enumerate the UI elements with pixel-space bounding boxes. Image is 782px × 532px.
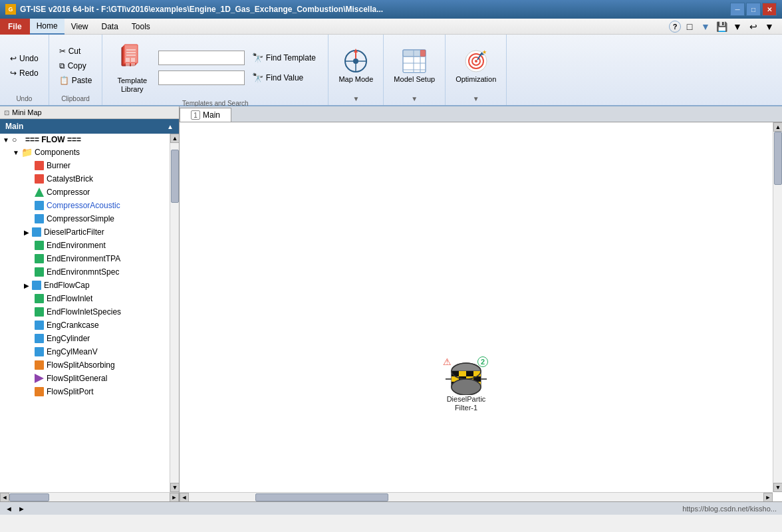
compressoracoustic-icon [35, 201, 44, 210]
main-tab[interactable]: 1 Main [180, 108, 231, 122]
canvas-vscrollbar[interactable]: ▲ ▼ [773, 122, 782, 492]
svg-point-13 [353, 59, 358, 64]
tree-item-compressor[interactable]: Compressor [0, 186, 170, 199]
tree-hscroll-right[interactable]: ► [170, 493, 179, 502]
tree-item-flowsplitabsorbing[interactable]: FlowSplitAbsorbing [0, 358, 170, 372]
menu-view[interactable]: View [65, 19, 95, 35]
hscroll-left-btn[interactable]: ◄ [180, 493, 189, 502]
optimization-dropdown[interactable]: ▼ [473, 95, 479, 102]
quick-access-4[interactable]: ▼ [762, 20, 777, 33]
maximize-button[interactable]: □ [746, 3, 761, 16]
vscroll-track[interactable] [773, 132, 782, 483]
cut-button[interactable]: ✂ Cut [55, 45, 97, 58]
tree-scroll-up[interactable]: ▲ [167, 123, 174, 130]
menu-home[interactable]: Home [30, 19, 65, 35]
tree-item-components[interactable]: ▼ 📁 Components [0, 146, 170, 159]
tree-hscroll-thumb[interactable] [9, 493, 49, 501]
quick-access-1[interactable]: □ [682, 20, 697, 33]
status-bar: ◄ ► https://blog.csdn.net/kissho... [0, 501, 782, 515]
hscroll-track[interactable] [189, 493, 763, 501]
status-scroll-right[interactable]: ► [18, 505, 25, 513]
scrollbar-thumb[interactable] [171, 150, 179, 203]
find-template-button[interactable]: 🔭 Find Template [249, 51, 319, 65]
paste-button[interactable]: 📋 Paste [55, 74, 97, 87]
vscroll-thumb[interactable] [774, 132, 782, 185]
tree-item-endflowinlet[interactable]: EndFlowInlet [0, 292, 170, 305]
tree-item-compressoracoustic[interactable]: CompressorAcoustic [0, 199, 170, 212]
clipboard-section: ✂ Cut ⧉ Copy 📋 Paste Clipboard [49, 35, 103, 105]
tree-item-engcylinder[interactable]: EngCylinder [0, 332, 170, 345]
menu-data[interactable]: Data [94, 19, 124, 35]
scrollbar-down-btn[interactable]: ▼ [170, 483, 179, 492]
title-text: GT-ISE v2016 64-bit - F:\GTI\v2016\examp… [20, 5, 730, 14]
template-library-button[interactable]: Template Library [112, 39, 153, 97]
copy-button[interactable]: ⧉ Copy [55, 59, 97, 72]
title-bar: G GT-ISE v2016 64-bit - F:\GTI\v2016\exa… [0, 0, 782, 19]
tree-item-burner[interactable]: Burner [0, 159, 170, 172]
tree-item-flowsplitgeneral[interactable]: FlowSplitGeneral [0, 372, 170, 385]
menu-tools[interactable]: Tools [125, 19, 157, 35]
tree-item-engcrankcase[interactable]: EngCrankcase [0, 319, 170, 332]
tree-scrollbar[interactable]: ▲ ▼ [170, 134, 179, 492]
hscroll-right-btn[interactable]: ► [763, 493, 773, 502]
item-label: FlowSplitPort [47, 387, 94, 396]
spacer [24, 240, 35, 251]
tree-item-flowsplitport[interactable]: FlowSplitPort [0, 385, 170, 398]
status-left: ◄ ► [5, 505, 25, 513]
item-label: EndFlowInletSpecies [47, 307, 121, 317]
tree-title: Main [5, 122, 23, 131]
burner-icon [35, 161, 44, 170]
vscroll-down-btn[interactable]: ▼ [773, 483, 782, 492]
hscroll-thumb[interactable] [255, 493, 388, 501]
mini-map-bar[interactable]: ⊡ Mini Map [0, 106, 179, 119]
model-setup-button[interactable]: Model Setup [386, 35, 442, 95]
scrollbar-up-btn[interactable]: ▲ [170, 134, 179, 143]
quick-access-3[interactable]: ▼ [730, 20, 745, 33]
spacer [24, 160, 35, 171]
tree-item-catalystbrick[interactable]: CatalystBrick [0, 172, 170, 186]
item-label: EndEnvironmentTPA [47, 254, 120, 263]
window-controls: ─ □ ✕ [730, 3, 777, 16]
optimization-icon: ★ [462, 47, 490, 75]
tree-item-endenvironmntspec[interactable]: EndEnvironmntSpec [0, 265, 170, 279]
close-button[interactable]: ✕ [762, 3, 777, 16]
flow-expand[interactable]: ▼ [3, 136, 9, 144]
tree-item-endflowinletspecies[interactable]: EndFlowInletSpecies [0, 305, 170, 319]
tree-item-endenvironment[interactable]: EndEnvironment [0, 239, 170, 252]
status-scroll-left[interactable]: ◄ [5, 505, 13, 513]
find-value-input[interactable] [158, 70, 245, 85]
undo-icon: ↩ [10, 54, 17, 63]
tree-hscroll-left[interactable]: ◄ [0, 493, 9, 502]
tree-item-engcylmeanv[interactable]: EngCylMeanV [0, 345, 170, 358]
scrollbar-track[interactable] [170, 143, 179, 483]
tree-item-compressorsimple[interactable]: CompressorSimple [0, 212, 170, 225]
tree-hscroll-track[interactable] [9, 493, 170, 501]
quick-access-save[interactable]: 💾 [714, 20, 729, 33]
tab-number: 1 [191, 110, 200, 120]
find-value-button[interactable]: 🔭 Find Value [249, 70, 307, 85]
find-template-input[interactable] [158, 51, 245, 65]
item-label: CompressorSimple [47, 214, 114, 223]
tree-hscrollbar[interactable]: ◄ ► [0, 492, 179, 501]
copy-icon: ⧉ [59, 61, 65, 70]
quick-access-undo[interactable]: ↩ [746, 20, 761, 33]
canvas[interactable]: ⚠ 2 [180, 122, 782, 501]
tree-item-endflowcap[interactable]: ▶ EndFlowCap [0, 279, 170, 292]
map-mode-button[interactable]: Map Mode [331, 35, 380, 95]
file-menu-button[interactable]: File [0, 19, 30, 35]
tree-item-endenvironmenttpa[interactable]: EndEnvironmentTPA [0, 252, 170, 265]
vscroll-up-btn[interactable]: ▲ [773, 122, 782, 132]
optimization-button[interactable]: ★ Optimization [448, 35, 503, 95]
quick-access-2[interactable]: ▼ [698, 20, 713, 33]
tree-item-dieselparticfilter[interactable]: ▶ DieselParticFilter [0, 225, 170, 239]
undo-section: ↩ Undo ↪ Redo Undo [0, 35, 49, 105]
canvas-hscrollbar[interactable]: ◄ ► [180, 492, 773, 501]
canvas-component-diesel[interactable]: ⚠ 2 [446, 362, 487, 412]
redo-button[interactable]: ↪ Redo [5, 66, 43, 80]
minimize-button[interactable]: ─ [730, 3, 745, 16]
item-label: Compressor [47, 188, 90, 197]
help-button[interactable]: ? [669, 21, 681, 33]
model-setup-dropdown[interactable]: ▼ [411, 95, 418, 102]
undo-button[interactable]: ↩ Undo [5, 52, 43, 65]
map-mode-dropdown[interactable]: ▼ [352, 95, 359, 102]
